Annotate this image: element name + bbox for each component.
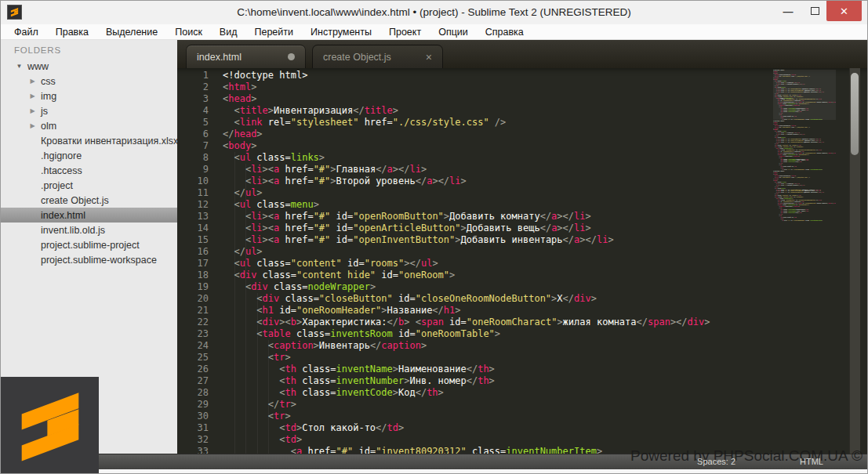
sidebar-file-project.sublime-workspace[interactable]: project.sublime-workspace bbox=[1, 252, 177, 267]
menu-item-Инструменты[interactable]: Инструменты bbox=[302, 24, 380, 40]
code-line[interactable]: 8 <ul class=links> bbox=[177, 152, 867, 164]
code-line[interactable]: 10 <li><a href="#">Второй уровень</a></l… bbox=[177, 175, 867, 187]
menu-item-Проект[interactable]: Проект bbox=[380, 24, 430, 40]
code-line[interactable]: 14 <li><a href="#" id="openArticleButton… bbox=[177, 223, 867, 234]
sidebar-folder-css[interactable]: ▶css bbox=[1, 74, 177, 89]
watermark-text: Powered by PHPSocial.COM.UA © bbox=[630, 447, 863, 465]
sidebar-file-index.html[interactable]: index.html bbox=[1, 208, 177, 223]
tree-item-label: create Object.js bbox=[41, 195, 109, 206]
menu-item-Поиск[interactable]: Поиск bbox=[166, 24, 211, 40]
tree-item-label: index.html bbox=[41, 210, 85, 221]
line-number: 25 bbox=[177, 352, 209, 364]
code-line[interactable]: 29 </tr> bbox=[177, 399, 867, 411]
folder-closed-arrow-icon: ▶ bbox=[27, 92, 38, 100]
menu-item-Опции[interactable]: Опции bbox=[430, 24, 477, 40]
code-line[interactable]: 21 <h1 id="oneRoomHeader">Название</h1> bbox=[177, 305, 867, 317]
minimap[interactable]: <!doctype html><html><head> <title>Инвен… bbox=[773, 70, 836, 234]
sidebar-file-project.sublime-project[interactable]: project.sublime-project bbox=[1, 237, 177, 252]
menu-item-Правка[interactable]: Правка bbox=[47, 24, 97, 40]
code-line[interactable]: 3<head> bbox=[177, 93, 867, 105]
code-line[interactable]: 2<html> bbox=[177, 81, 867, 93]
code-line[interactable]: 7<body> bbox=[177, 140, 867, 152]
minimize-button[interactable]: — bbox=[776, 1, 800, 21]
code-line[interactable]: 13 <li><a href="#" id="openRoomButton">Д… bbox=[177, 211, 867, 223]
code-area[interactable]: 1<!doctype html>2<html>3<head>4 <title>И… bbox=[177, 68, 867, 454]
sidebar-file-Кроватки инвентаризация.xlsx[interactable]: Кроватки инвентаризация.xlsx bbox=[1, 133, 177, 148]
sublime-text-window: C:\home\invent.local\www\index.html • (p… bbox=[0, 0, 868, 474]
menu-item-Справка[interactable]: Справка bbox=[477, 24, 532, 40]
sidebar-file-create Object.js[interactable]: create Object.js bbox=[1, 193, 177, 208]
code-line[interactable]: 26 <th class=inventName>Наименование</th… bbox=[177, 364, 867, 375]
line-number: 27 bbox=[177, 375, 209, 387]
code-text: </ul> bbox=[209, 187, 263, 199]
sublime-s-icon bbox=[14, 380, 86, 472]
code-line[interactable]: 17 <ul class="content" id="rooms"></ul> bbox=[177, 258, 867, 270]
code-line[interactable]: 18 <div class="content hide" id="oneRoom… bbox=[177, 270, 867, 281]
close-button[interactable]: ✕ bbox=[826, 1, 862, 21]
code-line[interactable]: 28 <th class=inventCode>Код</th> bbox=[177, 387, 867, 399]
title-bar[interactable]: C:\home\invent.local\www\index.html • (p… bbox=[1, 1, 867, 24]
sidebar-folder-olm[interactable]: ▶olm bbox=[1, 118, 177, 133]
code-text: <ul class=links> bbox=[209, 152, 325, 164]
code-text: <caption>Инвентарь</caption> bbox=[209, 340, 427, 352]
indent-guide bbox=[245, 164, 246, 454]
code-line[interactable]: 32 <td> bbox=[177, 434, 867, 446]
code-line[interactable]: 19 <div class=nodeWrapper> bbox=[177, 281, 867, 293]
tree-item-label: www bbox=[27, 61, 49, 72]
code-line[interactable]: 23 <table class=inventsRoom id="oneRoomT… bbox=[177, 328, 867, 340]
code-text: <tr> bbox=[209, 411, 291, 422]
menu-item-Вид[interactable]: Вид bbox=[211, 24, 246, 40]
code-line[interactable]: 31 <td>Стол какой-то</td> bbox=[177, 422, 867, 434]
tab-label: index.html bbox=[197, 52, 242, 63]
menu-item-Файл[interactable]: Файл bbox=[5, 24, 47, 40]
tab-create Object.js[interactable]: create Object.js× bbox=[312, 45, 443, 68]
code-line[interactable]: 22 <div><b>Характеристика:</b> <span id=… bbox=[177, 317, 867, 328]
line-number: 28 bbox=[177, 387, 209, 399]
code-line[interactable]: 20 <div class="closeButton" id="closeOne… bbox=[177, 293, 867, 305]
code-line[interactable]: 5 <link rel="stylesheet" href="./css/sty… bbox=[177, 117, 867, 128]
code-text: <li><a href="#">Второй уровень</a></li> bbox=[209, 175, 467, 187]
dirty-indicator-icon bbox=[288, 53, 295, 60]
code-text: <ul class=menu> bbox=[209, 199, 319, 211]
code-text: <li><a href="#" id="openRoomButton">Доба… bbox=[209, 211, 591, 223]
code-line[interactable]: 16 </ul> bbox=[177, 246, 867, 258]
code-line[interactable]: 12 <ul class=menu> bbox=[177, 199, 867, 211]
sidebar-file-invent.lib.old.js[interactable]: invent.lib.old.js bbox=[1, 223, 177, 237]
tree-item-label: olm bbox=[41, 121, 56, 132]
line-number: 26 bbox=[177, 364, 209, 375]
code-lines[interactable]: 1<!doctype html>2<html>3<head>4 <title>И… bbox=[177, 70, 867, 454]
status-syntax-mode[interactable]: HTML bbox=[800, 457, 823, 466]
maximize-button[interactable] bbox=[803, 1, 826, 21]
menu-item-Перейти[interactable]: Перейти bbox=[245, 24, 302, 40]
code-line[interactable]: 24 <caption>Инвентарь</caption> bbox=[177, 340, 867, 352]
code-line[interactable]: 30 <tr> bbox=[177, 411, 867, 422]
bottom-strip bbox=[97, 469, 867, 473]
code-line[interactable]: 6</head> bbox=[177, 128, 867, 140]
sidebar-file-.hgignore[interactable]: .hgignore bbox=[1, 148, 177, 163]
code-text: <title>Инвентаризация</title> bbox=[209, 105, 398, 117]
sidebar-file-.project[interactable]: .project bbox=[1, 178, 177, 193]
code-text: <li><a href="#" id="openInventButton">До… bbox=[209, 234, 614, 246]
sidebar-folder-js[interactable]: ▶js bbox=[1, 103, 177, 118]
code-line[interactable]: 9 <li><a href="#">Главная</a></li> bbox=[177, 164, 867, 175]
code-line[interactable]: 11 </ul> bbox=[177, 187, 867, 199]
code-line[interactable]: 15 <li><a href="#" id="openInventButton"… bbox=[177, 234, 867, 246]
code-line[interactable]: 1<!doctype html> bbox=[177, 70, 867, 81]
tree-item-label: img bbox=[41, 91, 56, 102]
tab-index.html[interactable]: index.html bbox=[186, 45, 306, 68]
minimap-viewport[interactable] bbox=[773, 70, 836, 120]
sidebar-folder-www[interactable]: ▼www bbox=[1, 59, 177, 74]
status-indent-setting[interactable]: Spaces: 2 bbox=[697, 457, 735, 466]
menu-item-Выделение[interactable]: Выделение bbox=[97, 24, 166, 40]
sidebar-file-.htaccess[interactable]: .htaccess bbox=[1, 163, 177, 178]
code-line[interactable]: 27 <th class=inventNumber>Инв. номер</th… bbox=[177, 375, 867, 387]
line-number: 22 bbox=[177, 317, 209, 328]
tab-close-icon[interactable]: × bbox=[426, 53, 432, 61]
code-line[interactable]: 4 <title>Инвентаризация</title> bbox=[177, 105, 867, 117]
sidebar-folder-img[interactable]: ▶img bbox=[1, 89, 177, 103]
code-line[interactable]: 25 <tr> bbox=[177, 352, 867, 364]
line-number: 5 bbox=[177, 117, 209, 128]
line-number: 11 bbox=[177, 187, 209, 199]
vertical-scrollbar-thumb[interactable] bbox=[851, 73, 859, 155]
window-title: C:\home\invent.local\www\index.html • (p… bbox=[1, 1, 867, 24]
